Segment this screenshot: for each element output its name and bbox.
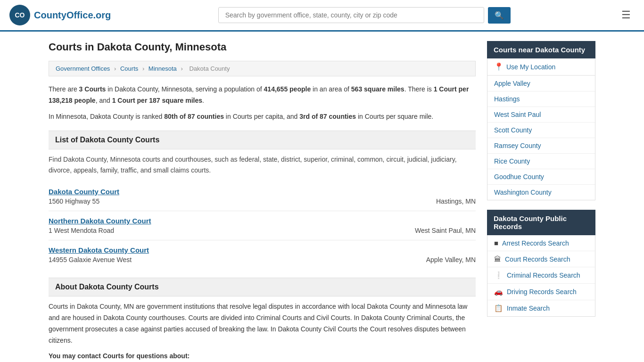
page-title: Courts in Dakota County, Minnesota bbox=[49, 41, 476, 53]
list-section-heading: List of Dakota County Courts bbox=[49, 131, 476, 149]
court-city-3: Apple Valley, MN bbox=[426, 256, 476, 263]
list-item: Goodhue County bbox=[487, 169, 595, 185]
driving-records-icon: 🚗 bbox=[494, 288, 503, 296]
public-records-list: ■ Arrest Records Search 🏛 Court Records … bbox=[487, 235, 595, 317]
stat-count: 3 Courts bbox=[79, 85, 106, 93]
court-address-1: 1560 Highway 55 bbox=[49, 197, 99, 205]
court-city-2: West Saint Paul, MN bbox=[415, 227, 476, 234]
arrest-records-link[interactable]: Arrest Records Search bbox=[502, 239, 569, 247]
list-item: Ramsey County bbox=[487, 138, 595, 154]
list-item: 🚗 Driving Records Search bbox=[487, 284, 595, 300]
header: CO CountyOffice.org 🔍 ☰ bbox=[0, 0, 644, 32]
courts-list: Dakota County Court 1560 Highway 55 Hast… bbox=[49, 182, 476, 269]
court-records-link[interactable]: Court Records Search bbox=[505, 255, 570, 263]
nearby-link-apple-valley[interactable]: Apple Valley bbox=[487, 76, 595, 91]
search-area: 🔍 bbox=[218, 7, 511, 24]
list-item: Scott County bbox=[487, 123, 595, 138]
breadcrumb-sep3: › bbox=[181, 65, 182, 72]
breadcrumb-dakota: Dakota County bbox=[189, 65, 230, 72]
menu-button[interactable]: ☰ bbox=[618, 7, 635, 23]
court-city-1: Hastings, MN bbox=[436, 197, 476, 205]
breadcrumb-mn[interactable]: Minnesota bbox=[149, 65, 177, 72]
nearby-link-west-saint-paul[interactable]: West Saint Paul bbox=[487, 107, 595, 122]
about-text: Courts in Dakota County, MN are governme… bbox=[49, 301, 476, 346]
stat-population: 414,655 people bbox=[264, 85, 311, 93]
logo-area: CO CountyOffice.org bbox=[9, 5, 111, 25]
table-row: Western Dakota County Court 14955 Galaxi… bbox=[49, 240, 476, 269]
court-name-2[interactable]: Northern Dakota County Court bbox=[49, 217, 476, 225]
criminal-records-icon: ❕ bbox=[494, 271, 503, 280]
public-records-heading: Dakota County Public Records bbox=[487, 210, 595, 235]
list-item: West Saint Paul bbox=[487, 107, 595, 123]
table-row: Dakota County Court 1560 Highway 55 Hast… bbox=[49, 182, 476, 211]
svg-text:CO: CO bbox=[15, 11, 25, 19]
courts-near-heading: Courts near Dakota County bbox=[487, 41, 595, 58]
list-item: Washington County bbox=[487, 185, 595, 200]
list-item: ■ Arrest Records Search bbox=[487, 235, 595, 251]
breadcrumb-sep1: › bbox=[114, 65, 116, 72]
inmate-search-icon: 📋 bbox=[494, 304, 503, 313]
criminal-records-link[interactable]: Criminal Records Search bbox=[507, 272, 580, 279]
sidebar: Courts near Dakota County 📍 Use My Locat… bbox=[487, 41, 595, 362]
nearby-link-scott-county[interactable]: Scott County bbox=[487, 123, 595, 138]
driving-records-link[interactable]: Driving Records Search bbox=[507, 288, 577, 296]
public-records-box: Dakota County Public Records ■ Arrest Re… bbox=[487, 210, 595, 317]
nearby-link-goodhue-county[interactable]: Goodhue County bbox=[487, 169, 595, 184]
table-row: Northern Dakota County Court 1 West Mend… bbox=[49, 211, 476, 240]
stat-rank-capita: 80th of 87 counties bbox=[164, 113, 224, 120]
arrest-icon: ■ bbox=[494, 239, 498, 247]
use-location-label: Use My Location bbox=[506, 63, 555, 71]
location-icon: 📍 bbox=[494, 62, 504, 71]
court-name-1[interactable]: Dakota County Court bbox=[49, 188, 476, 196]
about-contact-heading: You may contact Courts for questions abo… bbox=[49, 351, 476, 362]
stat-area: 563 square miles bbox=[351, 85, 405, 93]
use-location-link[interactable]: 📍 Use My Location bbox=[487, 58, 595, 75]
list-item: Hastings bbox=[487, 91, 595, 107]
court-address-2: 1 West Mendota Road bbox=[49, 227, 114, 234]
inmate-search-link[interactable]: Inmate Search bbox=[507, 304, 550, 312]
main-container: Courts in Dakota County, Minnesota Gover… bbox=[39, 32, 605, 362]
logo-icon: CO bbox=[9, 5, 30, 25]
about-section-heading: About Dakota County Courts bbox=[49, 278, 476, 296]
breadcrumb-sep2: › bbox=[142, 65, 144, 72]
search-button[interactable]: 🔍 bbox=[488, 7, 511, 24]
stats-line2: In Minnesota, Dakota County is ranked 80… bbox=[49, 111, 476, 123]
breadcrumb-courts[interactable]: Courts bbox=[120, 65, 138, 72]
stat-per-sq: 1 Court per 187 square miles bbox=[112, 97, 202, 104]
court-address-3: 14955 Galaxie Avenue West bbox=[49, 256, 132, 263]
stat-rank-sq: 3rd of 87 counties bbox=[299, 113, 356, 120]
logo-text: CountyOffice.org bbox=[34, 10, 111, 21]
logo-org: .org bbox=[93, 10, 111, 20]
use-location-item[interactable]: 📍 Use My Location bbox=[487, 58, 595, 76]
logo-name: CountyOffice bbox=[34, 10, 93, 20]
court-records-icon: 🏛 bbox=[494, 255, 501, 263]
stats-line1: There are 3 Courts in Dakota County, Min… bbox=[49, 84, 476, 107]
content-area: Courts in Dakota County, Minnesota Gover… bbox=[49, 41, 476, 362]
nearby-link-hastings[interactable]: Hastings bbox=[487, 91, 595, 107]
list-description: Find Dakota County, Minnesota courts and… bbox=[49, 154, 476, 175]
nearby-link-rice-county[interactable]: Rice County bbox=[487, 154, 595, 169]
court-name-3[interactable]: Western Dakota County Court bbox=[49, 246, 476, 254]
breadcrumb: Government Offices › Courts › Minnesota … bbox=[49, 61, 476, 76]
courts-near-list: 📍 Use My Location Apple Valley Hastings … bbox=[487, 58, 595, 200]
search-input[interactable] bbox=[218, 7, 484, 23]
list-item: Rice County bbox=[487, 154, 595, 169]
nearby-link-ramsey-county[interactable]: Ramsey County bbox=[487, 138, 595, 153]
list-item: ❕ Criminal Records Search bbox=[487, 267, 595, 284]
list-item: 🏛 Court Records Search bbox=[487, 251, 595, 267]
list-item: 📋 Inmate Search bbox=[487, 300, 595, 316]
list-item: Apple Valley bbox=[487, 76, 595, 91]
nearby-link-washington-county[interactable]: Washington County bbox=[487, 185, 595, 200]
courts-near-box: Courts near Dakota County 📍 Use My Locat… bbox=[487, 41, 595, 200]
breadcrumb-gov[interactable]: Government Offices bbox=[56, 65, 110, 72]
